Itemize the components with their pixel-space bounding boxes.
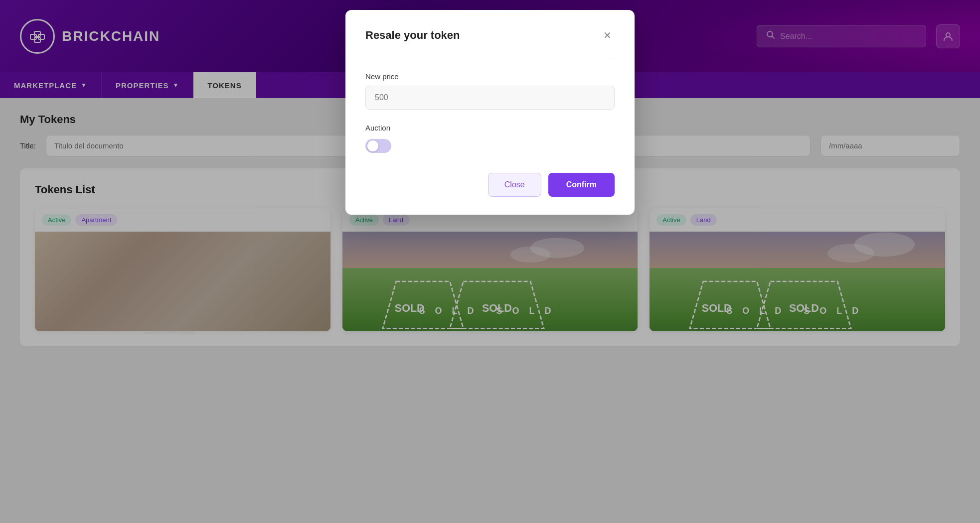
auction-toggle[interactable] [365,139,391,153]
price-label: New price [365,72,615,81]
modal-overlay: Resale your token ✕ New price Auction Cl… [0,0,980,523]
modal-footer: Close Confirm [365,173,615,197]
modal-title: Resale your token [365,29,460,42]
close-button[interactable]: Close [488,173,541,197]
toggle-knob [367,140,378,151]
price-input[interactable] [365,86,615,110]
modal-close-button[interactable]: ✕ [600,28,615,43]
resale-modal: Resale your token ✕ New price Auction Cl… [345,10,635,215]
toggle-container [365,139,615,153]
auction-label: Auction [365,124,615,132]
modal-divider [365,58,615,58]
confirm-button[interactable]: Confirm [548,173,615,197]
modal-header: Resale your token ✕ [365,28,615,43]
